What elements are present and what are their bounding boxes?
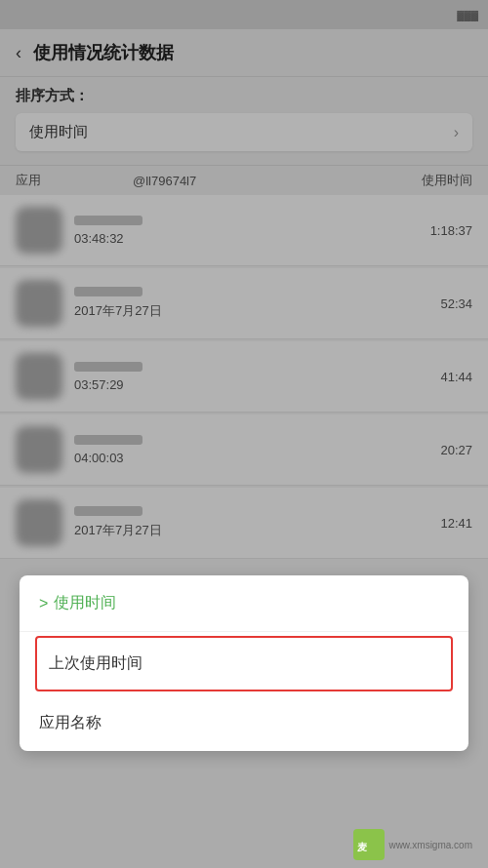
- watermark-logo-icon: 麦: [353, 829, 385, 860]
- dropdown-item-last-used[interactable]: 上次使用时间: [35, 636, 453, 691]
- watermark-text: www.xmsigma.com: [388, 840, 472, 850]
- active-indicator-icon: >: [39, 595, 48, 612]
- dropdown-item-label: 应用名称: [39, 713, 102, 733]
- dropdown-item-app-name[interactable]: 应用名称: [20, 695, 468, 751]
- main-screen: ▓▓▓ ‹ 使用情况统计数据 排序方式： 使用时间 › 应用 @ll79674l…: [0, 0, 488, 868]
- dropdown-menu: > 使用时间 上次使用时间 应用名称: [20, 575, 468, 751]
- dropdown-item-label: 上次使用时间: [49, 653, 142, 674]
- dropdown-item-label: 使用时间: [54, 593, 116, 613]
- dropdown-item-last-used-wrapper: 上次使用时间: [20, 632, 468, 695]
- svg-text:麦: 麦: [357, 842, 368, 852]
- dropdown-item-usage-time[interactable]: > 使用时间: [20, 575, 468, 632]
- watermark: 麦 www.xmsigma.com: [353, 829, 472, 860]
